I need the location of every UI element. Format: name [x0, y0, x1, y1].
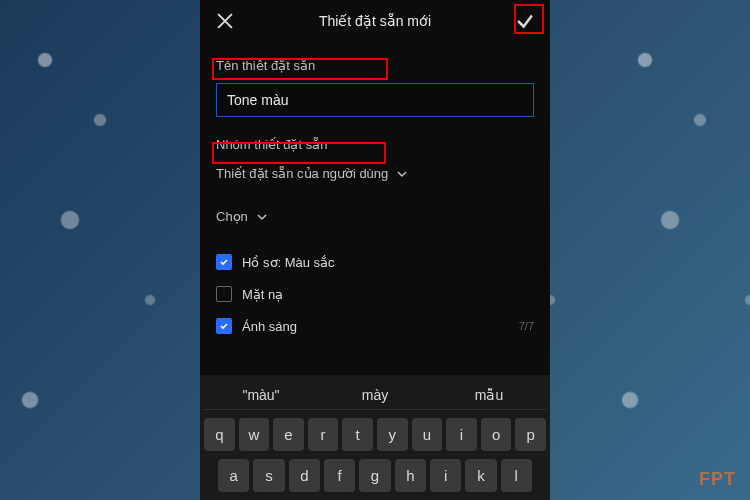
- key[interactable]: l: [501, 459, 532, 492]
- checkbox-icon: [216, 318, 232, 334]
- key[interactable]: h: [395, 459, 426, 492]
- key[interactable]: u: [412, 418, 443, 451]
- preset-modal: Thiết đặt sẵn mới Tên thiết đặt sẵn Nhóm…: [200, 0, 550, 500]
- watermark: FPT: [699, 469, 736, 490]
- chevron-down-icon: [396, 168, 408, 180]
- key[interactable]: p: [515, 418, 546, 451]
- confirm-icon[interactable]: [514, 10, 536, 32]
- modal-title: Thiết đặt sẵn mới: [236, 13, 514, 29]
- checkbox-label: Hồ sơ: Màu sắc: [242, 255, 335, 270]
- checkbox-icon: [216, 254, 232, 270]
- suggestion-row: "màu" mày mẫu: [204, 381, 546, 410]
- preset-group-dropdown[interactable]: Thiết đặt sẵn của người dùng: [216, 158, 534, 189]
- checkbox-label: Ánh sáng: [242, 319, 297, 334]
- key[interactable]: a: [218, 459, 249, 492]
- key[interactable]: w: [239, 418, 270, 451]
- keyboard: "màu" mày mẫu q w e r t y u i o p a s d …: [200, 375, 550, 500]
- suggestion[interactable]: "màu": [204, 387, 318, 403]
- key-row-1: q w e r t y u i o p: [204, 418, 546, 451]
- preset-name-label: Tên thiết đặt sẵn: [216, 52, 534, 79]
- checkbox-mask[interactable]: Mặt nạ: [216, 278, 534, 310]
- key[interactable]: g: [359, 459, 390, 492]
- key[interactable]: r: [308, 418, 339, 451]
- key[interactable]: s: [253, 459, 284, 492]
- key-row-2: a s d f g h i k l: [204, 459, 546, 492]
- dropdown-value: Thiết đặt sẵn của người dùng: [216, 166, 388, 181]
- key[interactable]: k: [465, 459, 496, 492]
- checkbox-icon: [216, 286, 232, 302]
- key[interactable]: y: [377, 418, 408, 451]
- checkbox-profile-color[interactable]: Hồ sơ: Màu sắc: [216, 246, 534, 278]
- chevron-down-icon: [256, 211, 268, 223]
- modal-content: Tên thiết đặt sẵn Nhóm thiết đặt sẵn Thi…: [200, 42, 550, 352]
- suggestion[interactable]: mẫu: [432, 387, 546, 403]
- modal-header: Thiết đặt sẵn mới: [200, 0, 550, 42]
- suggestion[interactable]: mày: [318, 387, 432, 403]
- select-label: Chọn: [216, 209, 248, 224]
- key[interactable]: t: [342, 418, 373, 451]
- preset-name-input[interactable]: [216, 83, 534, 117]
- key[interactable]: q: [204, 418, 235, 451]
- key[interactable]: o: [481, 418, 512, 451]
- select-dropdown[interactable]: Chọn: [216, 201, 534, 232]
- key[interactable]: i: [430, 459, 461, 492]
- key[interactable]: d: [289, 459, 320, 492]
- checkbox-label: Mặt nạ: [242, 287, 283, 302]
- preset-group-label: Nhóm thiết đặt sẵn: [216, 131, 534, 158]
- checkbox-counter: 7/7: [519, 320, 534, 332]
- close-icon[interactable]: [214, 10, 236, 32]
- checkbox-light[interactable]: Ánh sáng 7/7: [216, 310, 534, 342]
- key[interactable]: f: [324, 459, 355, 492]
- key[interactable]: i: [446, 418, 477, 451]
- key[interactable]: e: [273, 418, 304, 451]
